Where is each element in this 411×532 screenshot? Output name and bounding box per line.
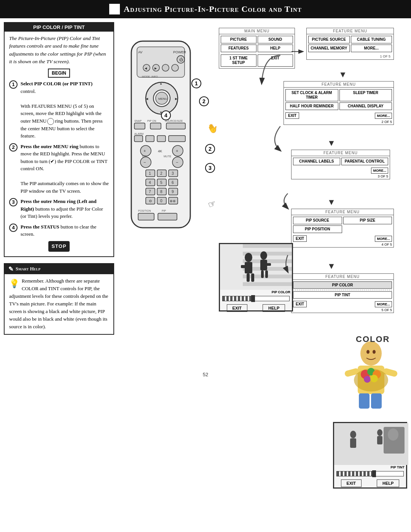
fm4-more[interactable]: MORE... bbox=[375, 236, 392, 242]
fm3-channel-labels[interactable]: CHANNEL LABELS bbox=[293, 158, 340, 165]
main-exit-btn[interactable]: EXIT bbox=[258, 54, 293, 67]
feature-menu-5-box: FEATURE MENU PIP COLOR PIP TINT EXIT MOR… bbox=[291, 273, 394, 313]
fm3-of-label: 3 OF 5 bbox=[292, 174, 390, 179]
svg-text:−: − bbox=[176, 160, 178, 165]
svg-rect-82 bbox=[247, 273, 250, 282]
pip-tint-label: PIP TINT bbox=[334, 465, 406, 470]
svg-rect-81 bbox=[241, 265, 247, 268]
svg-text:⏻: ⏻ bbox=[179, 58, 183, 62]
svg-text:−: − bbox=[143, 160, 146, 165]
svg-rect-27 bbox=[166, 123, 185, 129]
step-2-bold: Press the outer MENU ring bbox=[21, 144, 78, 149]
svg-rect-93 bbox=[359, 393, 370, 409]
step-overlay-3: 3 bbox=[205, 163, 215, 173]
svg-rect-73 bbox=[243, 244, 292, 248]
feature-menu-3-content: CHANNEL LABELS PARENTAL CONTROL bbox=[292, 156, 390, 167]
page-title: Adjusting Picture-In-Picture Color and T… bbox=[124, 4, 302, 14]
feature-menu-3-title: FEATURE MENU bbox=[292, 150, 390, 156]
pip-tint-exit-btn[interactable]: EXIT bbox=[341, 479, 362, 487]
fm2-set-clock[interactable]: SET CLOCK & ALARM TIMER bbox=[285, 89, 338, 101]
svg-text:⊖: ⊖ bbox=[149, 199, 152, 203]
fm2-channel-display[interactable]: CHANNEL DISPLAY bbox=[339, 102, 392, 110]
step-overlay-4: 4 bbox=[161, 110, 171, 120]
fm2-sleep-timer[interactable]: SLEEP TIMER bbox=[339, 89, 392, 101]
bulb-inline-icon: 💡 bbox=[9, 277, 19, 290]
fm5-exit[interactable]: EXIT bbox=[293, 301, 307, 307]
fm4-exit[interactable]: EXIT bbox=[293, 235, 307, 242]
step-4-bold: Press the STATUS bbox=[21, 224, 59, 230]
fm5-pip-tint[interactable]: PIP TINT bbox=[293, 291, 392, 299]
fm1-more[interactable]: MORE... bbox=[351, 45, 392, 52]
fm2-half-hour[interactable]: HALF HOUR REMINDER bbox=[285, 102, 338, 110]
main-picture-btn[interactable]: PICTURE bbox=[221, 36, 256, 43]
svg-point-9 bbox=[172, 64, 178, 71]
step-2: 2 Press the outer MENU ring buttons to m… bbox=[9, 143, 109, 195]
svg-point-84 bbox=[260, 251, 267, 260]
feature-menu-4-box: FEATURE MENU PIP SOURCE PIP SIZE PIP POS… bbox=[291, 209, 394, 248]
svg-rect-78 bbox=[243, 282, 292, 286]
svg-text:0: 0 bbox=[160, 199, 162, 203]
main-help-btn[interactable]: HELP bbox=[258, 45, 293, 52]
step-num-2: 2 bbox=[9, 143, 18, 152]
feature-menu-2-content: SET CLOCK & ALARM TIMER SLEEP TIMER HALF… bbox=[284, 88, 393, 112]
step-1: 1 Select PIP COLOR (or PIP TINT) control… bbox=[9, 80, 109, 140]
step-overlay-2b: 2 bbox=[205, 144, 215, 154]
svg-text:4: 4 bbox=[149, 181, 151, 185]
svg-point-89 bbox=[360, 341, 382, 366]
svg-rect-25 bbox=[134, 123, 145, 129]
arrow4: ▼ bbox=[327, 261, 336, 271]
people-svg bbox=[220, 244, 292, 290]
arrow3: ▼ bbox=[327, 197, 336, 207]
svg-text:4K: 4K bbox=[158, 149, 162, 153]
right-column: AV POWER ⏻ ◀ ▶ MODE INFO bbox=[118, 18, 411, 369]
fm4-pip-position[interactable]: PIP POSITION bbox=[293, 225, 342, 233]
fm5-pip-color[interactable]: PIP COLOR bbox=[293, 281, 392, 289]
feature-menu-3-box: FEATURE MENU CHANNEL LABELS PARENTAL CON… bbox=[291, 150, 390, 179]
fm2-exit[interactable]: EXIT bbox=[285, 112, 299, 119]
fm3-parental[interactable]: PARENTAL CONTROL bbox=[341, 158, 389, 165]
svg-text:▲: ▲ bbox=[159, 82, 162, 85]
feature-menu-5-title: FEATURE MENU bbox=[292, 274, 393, 280]
color-progress-fill bbox=[223, 296, 253, 301]
svg-text:AV: AV bbox=[138, 50, 142, 54]
main-timesetup-btn[interactable]: 1 ST TIME SETUP bbox=[221, 54, 256, 67]
fm2-more[interactable]: MORE... bbox=[375, 113, 392, 119]
feature-menu-4-title: FEATURE MENU bbox=[292, 209, 393, 215]
fm5-pip-row: PIP COLOR bbox=[293, 281, 392, 289]
menu-diagram: AV POWER ⏻ ◀ ▶ MODE INFO bbox=[120, 22, 407, 365]
fm1-picture-source[interactable]: PICTURE SOURCE bbox=[308, 36, 350, 43]
fm5-dashed bbox=[293, 290, 392, 290]
svg-text:MUTE: MUTE bbox=[164, 155, 171, 158]
stop-button[interactable]: STOP bbox=[48, 241, 70, 252]
fm1-cable-tuning[interactable]: CABLE TUNING bbox=[351, 36, 392, 43]
feature-menu-1-content: PICTURE SOURCE CABLE TUNING CHANNEL MEMO… bbox=[307, 34, 393, 54]
fm1-of-label-wrap: 1 OF 5 bbox=[307, 54, 393, 59]
pip-color-help-btn[interactable]: HELP bbox=[263, 304, 285, 312]
svg-text:+: + bbox=[143, 149, 146, 153]
color-slider-btn[interactable] bbox=[251, 295, 255, 302]
main-sound-btn[interactable]: SOUND bbox=[258, 36, 293, 43]
main-features-btn[interactable]: FEATURES bbox=[221, 45, 256, 52]
fm3-more[interactable]: MORE... bbox=[371, 168, 388, 174]
svg-rect-29 bbox=[134, 136, 143, 142]
fm4-pip-source[interactable]: PIP SOURCE bbox=[293, 217, 342, 224]
svg-text:MENU: MENU bbox=[158, 97, 167, 101]
tint-slider-btn[interactable] bbox=[372, 470, 376, 477]
fm5-more[interactable]: MORE... bbox=[375, 301, 392, 307]
svg-text:ALARM: ALARM bbox=[134, 133, 143, 135]
fm5-of-label: 5 OF 5 bbox=[292, 308, 393, 313]
begin-button[interactable]: BEGIN bbox=[48, 69, 70, 78]
fm4-pip-size[interactable]: PIP SIZE bbox=[343, 217, 392, 224]
svg-rect-94 bbox=[371, 393, 382, 409]
smart-help-text: Remember. Although there are separate CO… bbox=[9, 278, 108, 330]
pip-color-exit-btn[interactable]: EXIT bbox=[227, 304, 247, 312]
svg-rect-110 bbox=[389, 441, 398, 452]
pip-color-screen-label: PIP COLOR bbox=[220, 290, 292, 294]
svg-text:◀: ◀ bbox=[146, 97, 148, 101]
pip-tint-help-btn[interactable]: HELP bbox=[377, 479, 399, 487]
svg-rect-32 bbox=[169, 136, 185, 142]
step-1-text: Select PIP COLOR (or PIP TINT) control. … bbox=[21, 80, 109, 140]
bulb-icon: ✎ bbox=[8, 265, 13, 273]
fm1-channel-memory[interactable]: CHANNEL MEMORY bbox=[308, 45, 350, 52]
main-menu-box: MAIN MENU PICTURE SOUND FEATURES HELP 1 … bbox=[219, 28, 295, 69]
